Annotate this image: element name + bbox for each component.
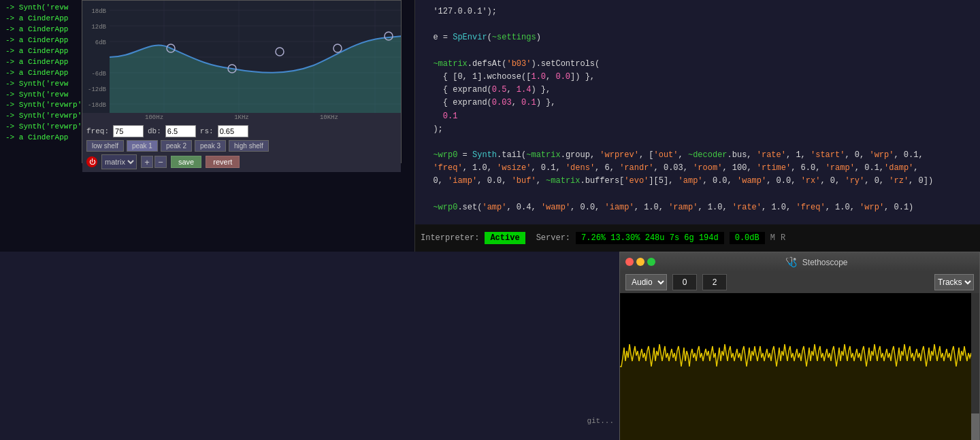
steth-controls: Audio 0 2 Tracks	[620, 271, 979, 293]
steth-ch-to[interactable]: 2	[702, 274, 727, 290]
steth-scrollbar-thumb[interactable]	[971, 413, 979, 440]
steth-audio-select[interactable]: Audio	[625, 274, 667, 290]
svg-text:-6dB: -6dB	[91, 71, 106, 78]
svg-text:18dB: 18dB	[91, 8, 106, 15]
server-db: 0.0dB	[730, 232, 765, 244]
steth-title: 🩺 Stethoscope	[659, 256, 974, 267]
eq-graph: 18dB 12dB 6dB -6dB -12dB -18dB	[82, 1, 401, 113]
steth-waveform: Generated inline via path	[620, 293, 979, 440]
status-bar: Interpreter: Active Server: 7.26% 13.30%…	[415, 224, 980, 252]
eq-power-button[interactable]: ⏻	[86, 156, 97, 167]
steth-titlebar: 🩺 Stethoscope	[620, 252, 979, 271]
svg-text:-18dB: -18dB	[88, 102, 107, 109]
eq-bottom-controls: ⏻ matrix + − save revert	[86, 154, 397, 169]
eq-rs-input[interactable]: 0.65	[218, 125, 248, 137]
eq-band-buttons: low shelf peak 1 peak 2 peak 3 high shel…	[86, 140, 397, 152]
minimize-button[interactable]	[636, 258, 644, 266]
eq-minus-btn[interactable]: −	[154, 156, 167, 168]
code-panel: '127.0.0.1'); e = SpEnvir(~settings) ~ma…	[415, 0, 980, 252]
svg-point-13	[276, 48, 284, 56]
svg-text:6dB: 6dB	[95, 39, 107, 46]
eq-low-shelf-btn[interactable]: low shelf	[86, 140, 124, 152]
eq-revert-btn[interactable]: revert	[206, 156, 240, 168]
glitch-background: git...	[0, 252, 619, 440]
git-status: git...	[581, 416, 619, 426]
eq-high-shelf-btn[interactable]: high shelf	[229, 140, 269, 152]
eq-db-input[interactable]: 6.5	[165, 125, 196, 137]
eq-save-btn[interactable]: save	[171, 156, 201, 168]
server-label: Server:	[536, 233, 570, 243]
eq-freq-labels: 100Hz 1KHz 10KHz	[82, 113, 401, 122]
steth-tracks-select[interactable]: Tracks	[934, 274, 974, 290]
svg-text:-12dB: -12dB	[88, 86, 107, 93]
close-button[interactable]	[625, 258, 634, 266]
eq-peak2-btn[interactable]: peak 2	[161, 140, 192, 152]
steth-scrollbar[interactable]	[971, 293, 979, 440]
eq-peak3-btn[interactable]: peak 3	[195, 140, 226, 152]
code-content: '127.0.0.1'); e = SpEnvir(~settings) ~ma…	[415, 0, 980, 220]
server-metrics: 7.26% 13.30% 248u 7s 6g 194d	[576, 232, 724, 244]
svg-point-14	[333, 44, 342, 52]
stethoscope-icon: 🩺	[785, 256, 797, 267]
eq-freq-input[interactable]: 75	[113, 125, 144, 137]
eq-controls: freq: 75 db: 6.5 rs: 0.65 low shelf peak…	[82, 122, 401, 172]
server-r: R	[781, 233, 785, 243]
eq-plus-btn[interactable]: +	[141, 156, 153, 168]
eq-plus-minus: + −	[141, 156, 167, 168]
stethoscope-panel: 🩺 Stethoscope Audio 0 2 Tracks Generated…	[619, 252, 980, 440]
svg-text:12dB: 12dB	[91, 24, 106, 31]
eq-preset-select[interactable]: matrix	[101, 154, 137, 169]
server-m: M	[770, 233, 775, 243]
traffic-lights	[625, 258, 655, 266]
maximize-button[interactable]	[647, 258, 655, 266]
interpreter-label: Interpreter:	[421, 233, 479, 243]
eq-panel: 18dB 12dB 6dB -6dB -12dB -18dB 100Hz 1KH…	[82, 0, 402, 163]
steth-ch-from[interactable]: 0	[672, 274, 697, 290]
eq-peak1-btn[interactable]: peak 1	[127, 140, 158, 152]
interpreter-active-badge: Active	[485, 232, 525, 244]
